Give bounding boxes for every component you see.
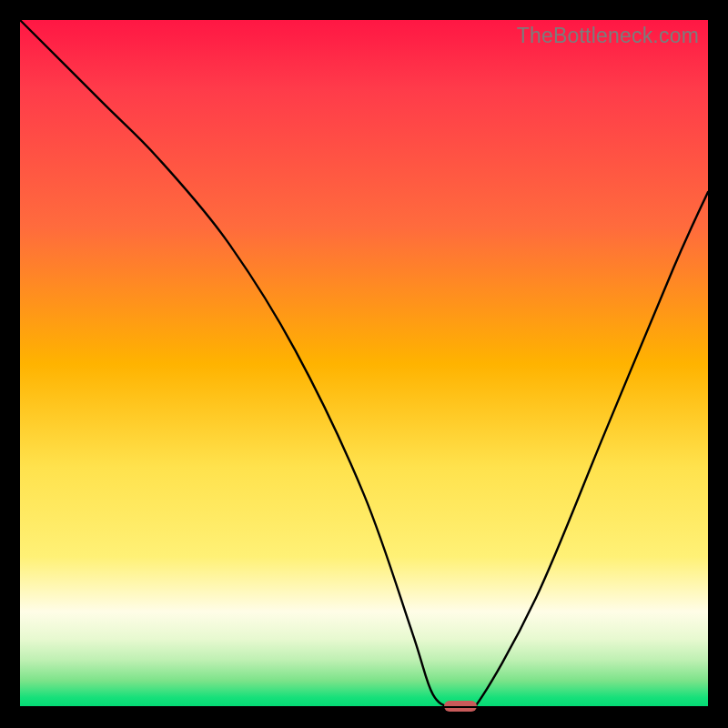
bottleneck-curve — [20, 20, 708, 708]
x-axis-baseline — [20, 706, 708, 708]
plot-area: TheBottleneck.com — [20, 20, 708, 708]
chart-frame: TheBottleneck.com — [0, 0, 728, 728]
